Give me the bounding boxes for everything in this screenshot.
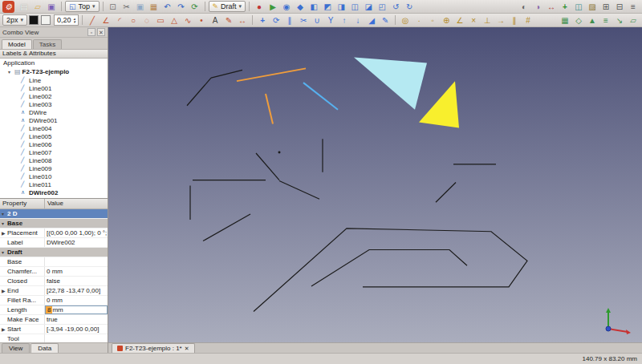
new-document-icon[interactable]: ▤	[18, 1, 30, 13]
undo-icon[interactable]: ↶	[161, 1, 174, 13]
black-line-diag-3[interactable]	[279, 181, 319, 200]
refresh-icon[interactable]: ⟳	[189, 1, 201, 13]
snap-angle-icon[interactable]: ∠	[453, 14, 466, 26]
tree-item-dwire002[interactable]: ∧ DWire002	[0, 188, 108, 196]
workbench-selector[interactable]: ✎ Draft ▾	[209, 1, 246, 12]
dwire-outer[interactable]	[254, 229, 527, 312]
prop-row-chamfer[interactable]: Chamfer... 0 mm	[0, 267, 108, 277]
cad-point[interactable]	[278, 152, 281, 154]
prop-row-label[interactable]: Label DWire002	[0, 238, 108, 248]
labels-attributes-header[interactable]: Labels & Attributes	[0, 49, 108, 59]
line-color-swatch[interactable]	[29, 15, 39, 25]
prop-row-closed[interactable]: Closed false	[0, 277, 108, 286]
orange-line-short[interactable]	[266, 94, 273, 124]
rotate-right-icon[interactable]: ↻	[403, 1, 416, 13]
view-front-icon[interactable]: ◧	[307, 1, 320, 13]
draft-dimension-icon[interactable]: ↔	[236, 14, 249, 26]
3d-viewport[interactable]	[108, 27, 642, 342]
view-left-icon[interactable]: ◰	[376, 1, 388, 13]
view-top-icon[interactable]: ◩	[321, 1, 334, 13]
line-width-selector[interactable]: 2px ▾	[2, 14, 27, 26]
prop-row-fillet-radius[interactable]: Fillet Ra... 0 mm	[0, 296, 108, 305]
layer-icon[interactable]: ≡	[599, 14, 612, 26]
print-icon[interactable]: ⊡	[107, 1, 120, 13]
draft-split-icon[interactable]: Y	[324, 14, 337, 26]
close-panel-button[interactable]: ✕	[97, 28, 105, 36]
tree-item-line002[interactable]: ╱ Line002	[0, 92, 108, 100]
copy-icon[interactable]: ▣	[134, 1, 147, 13]
black-line-diag-1[interactable]	[256, 153, 279, 180]
tree-item-line[interactable]: ╱ Line	[0, 76, 108, 84]
toggle-grid-icon[interactable]: ▦	[559, 14, 571, 26]
draft-bspline-icon[interactable]: ∿	[181, 14, 194, 26]
draw-style-icon[interactable]: ◐	[518, 1, 530, 13]
black-line-diag-right[interactable]	[436, 183, 456, 203]
view-isometric-icon[interactable]: ◆	[294, 1, 307, 13]
appearance-icon[interactable]: ◑	[531, 1, 544, 13]
cut-icon[interactable]: ✂	[120, 1, 133, 13]
spinner-arrows[interactable]: ▴▾	[74, 17, 76, 23]
redo-icon[interactable]: ↷	[175, 1, 188, 13]
tree-item-line007[interactable]: ╱ Line007	[0, 148, 108, 156]
draft-circle-icon[interactable]: ○	[127, 14, 140, 26]
fit-all-icon[interactable]: ◉	[280, 1, 293, 13]
black-line-diag-2[interactable]	[203, 214, 250, 241]
snap-midpoint-icon[interactable]: ◦	[426, 14, 439, 26]
freecad-logo[interactable]: ⚙	[2, 1, 14, 13]
clipping-plane-icon[interactable]: ◫	[572, 1, 585, 13]
float-panel-button[interactable]: ▫	[87, 28, 95, 36]
tree-document[interactable]: ▾ ▤ F2-T23-ejemplo	[0, 67, 108, 76]
macro-execute-icon[interactable]: ▶	[266, 1, 279, 13]
blue-line[interactable]	[303, 83, 338, 110]
prop-group-2d[interactable]: ▾2 D	[0, 209, 108, 219]
tree-item-line004[interactable]: ╱ Line004	[0, 124, 108, 132]
rotate-left-icon[interactable]: ↺	[389, 1, 402, 13]
axis-cross-icon[interactable]: +	[559, 1, 571, 13]
dock-view-icon[interactable]: ⊞	[599, 1, 612, 13]
draft-polygon-icon[interactable]: △	[168, 14, 181, 26]
tree-item-line009[interactable]: ╱ Line009	[0, 164, 108, 172]
snap-endpoint-icon[interactable]: ∙	[412, 14, 425, 26]
dwire-inner[interactable]	[311, 249, 467, 285]
save-document-icon[interactable]: ▣	[45, 1, 58, 13]
texture-mapping-icon[interactable]: ▨	[586, 1, 599, 13]
tree-item-line003[interactable]: ╱ Line003	[0, 100, 108, 108]
prop-row-length[interactable]: Length 8 mm	[0, 305, 108, 315]
tree-root-application[interactable]: Application	[0, 59, 108, 67]
black-line-a1[interactable]	[187, 78, 211, 106]
draft-text-icon[interactable]: ✎	[222, 14, 235, 26]
draft-rectangle-icon[interactable]: ▭	[154, 14, 167, 26]
prop-row-base[interactable]: Base	[0, 257, 108, 267]
snap-lock-icon[interactable]: ◎	[399, 14, 412, 26]
tree-item-line005[interactable]: ╱ Line005	[0, 132, 108, 140]
select-plane-icon[interactable]: ▱	[627, 14, 640, 26]
orange-line-long[interactable]	[237, 68, 306, 81]
measure-distance-icon[interactable]: ↔	[545, 1, 558, 13]
draft-polyline-icon[interactable]: ∠	[100, 14, 112, 26]
tree-item-line001[interactable]: ╱ Line001	[0, 84, 108, 92]
tab-data[interactable]: Data	[30, 343, 59, 353]
tree-item-line008[interactable]: ╱ Line008	[0, 156, 108, 164]
draft-offset-icon[interactable]: ∥	[283, 14, 296, 26]
snap-intersection-icon[interactable]: ×	[467, 14, 480, 26]
construction-mode-icon[interactable]: ▲	[586, 14, 599, 26]
macro-record-icon[interactable]: ●	[253, 1, 266, 13]
draft-ellipse-icon[interactable]: ◌	[140, 14, 153, 26]
draft-move-icon[interactable]: +	[256, 14, 269, 26]
draft-join-icon[interactable]: ∪	[311, 14, 323, 26]
paste-icon[interactable]: ▦	[148, 1, 160, 13]
close-tab-icon[interactable]: ✕	[185, 346, 189, 352]
prop-row-make-face[interactable]: Make Face true	[0, 315, 108, 325]
draft-point-icon[interactable]: •	[195, 14, 208, 26]
draft-scale-icon[interactable]: ◢	[365, 14, 378, 26]
cad-drawing[interactable]	[108, 27, 642, 342]
global-scale-spinbox[interactable]: 0,20 ▴▾	[54, 14, 79, 26]
draft-downgrade-icon[interactable]: ↓	[351, 14, 364, 26]
snap-extension-icon[interactable]: →	[494, 14, 507, 26]
prop-row-end[interactable]: ▶End [22,78 -13,47 0,00]	[0, 286, 108, 296]
snap-center-icon[interactable]: ⊕	[440, 14, 453, 26]
snap-parallel-icon[interactable]: ∥	[508, 14, 521, 26]
draft-shapestring-icon[interactable]: A	[209, 14, 221, 26]
view-rear-icon[interactable]: ◫	[348, 1, 361, 13]
prop-group-draft[interactable]: ▾Draft	[0, 248, 108, 257]
